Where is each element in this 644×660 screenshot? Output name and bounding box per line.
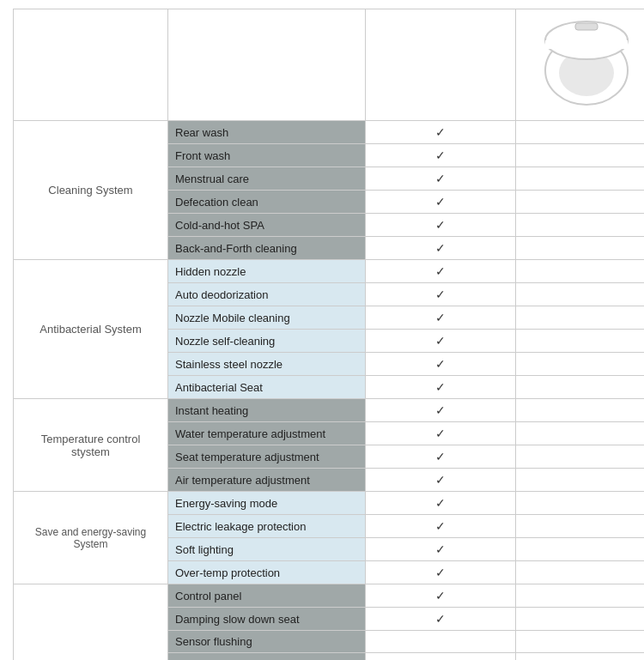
image-column-cell <box>516 469 645 492</box>
product-image-header <box>516 9 645 121</box>
check-cell: ✓ <box>366 121 516 144</box>
check-cell: ✓ <box>366 167 516 191</box>
image-column-cell <box>516 283 645 306</box>
feature-cell: Stainless steel nozzle <box>168 353 366 376</box>
check-cell: ✓ <box>366 608 516 631</box>
section-label: Save and energy-saving System <box>14 492 168 584</box>
feature-cell: Auto deodorization <box>168 283 366 306</box>
check-cell: ✓ <box>366 237 516 260</box>
check-cell: ✓ <box>366 260 516 283</box>
check-cell: ✓ <box>366 653 516 661</box>
model-header <box>366 9 516 121</box>
feature-cell: Menstrual care <box>168 167 366 191</box>
feature-cell: Energy-saving mode <box>168 492 366 515</box>
feature-cell: Waterpressure adjustment <box>168 653 366 661</box>
svg-rect-3 <box>545 40 628 49</box>
feature-cell: Control panel <box>168 584 366 608</box>
table-row: Antibacterial SystemHidden nozzle✓ <box>14 260 645 283</box>
main-container: Cleaning SystemRear wash✓Front wash✓Mens… <box>0 0 644 660</box>
feature-cell: Electric leakage protection <box>168 515 366 538</box>
section-label: Antibacterial System <box>14 260 168 399</box>
check-cell: ✓ <box>366 306 516 330</box>
check-cell: ✓ <box>366 144 516 167</box>
svg-rect-4 <box>575 23 598 30</box>
features-header <box>168 9 366 121</box>
check-cell: ✓ <box>366 399 516 422</box>
check-cell: ✓ <box>366 214 516 237</box>
check-cell: ✓ <box>366 353 516 376</box>
check-cell: ✓ <box>366 445 516 469</box>
feature-cell: Nozzle self-cleaning <box>168 330 366 353</box>
check-cell: ✓ <box>366 422 516 445</box>
feature-cell: Sensor flushing <box>168 631 366 653</box>
image-column-cell <box>516 121 645 144</box>
feature-cell: Soft lighting <box>168 538 366 561</box>
toilet-seat-icon <box>539 19 634 109</box>
section-label: Additional function <box>14 584 168 661</box>
image-column-cell <box>516 330 645 353</box>
feature-cell: Hidden nozzle <box>168 260 366 283</box>
feature-cell: Seat temperature adjustment <box>168 445 366 469</box>
check-cell: ✓ <box>366 191 516 214</box>
feature-cell: Nozzle Mobile cleaning <box>168 306 366 330</box>
image-column-cell <box>516 144 645 167</box>
check-cell: ✓ <box>366 469 516 492</box>
image-column-cell <box>516 515 645 538</box>
feature-cell: Over-temp protection <box>168 561 366 584</box>
image-column-cell <box>516 260 645 283</box>
feature-cell: Water temperature adjustment <box>168 422 366 445</box>
feature-cell: Damping slow down seat <box>168 608 366 631</box>
check-cell: ✓ <box>366 515 516 538</box>
image-column-cell <box>516 492 645 515</box>
image-column-cell <box>516 167 645 191</box>
image-column-cell <box>516 608 645 631</box>
functions-header <box>14 9 168 121</box>
feature-cell: Defecation clean <box>168 191 366 214</box>
table-row: Save and energy-saving SystemEnergy-savi… <box>14 492 645 515</box>
image-column-cell <box>516 538 645 561</box>
section-label: Cleaning System <box>14 121 168 260</box>
image-column-cell <box>516 631 645 653</box>
image-column-cell <box>516 353 645 376</box>
table-row: Additional functionControl panel✓ <box>14 584 645 608</box>
image-column-cell <box>516 376 645 399</box>
check-cell <box>366 631 516 653</box>
feature-cell: Back-and-Forth cleaning <box>168 237 366 260</box>
image-column-cell <box>516 191 645 214</box>
feature-cell: Antibacterial Seat <box>168 376 366 399</box>
feature-cell: Rear wash <box>168 121 366 144</box>
section-label: Temperature control stystem <box>14 399 168 492</box>
image-column-cell <box>516 237 645 260</box>
feature-cell: Instant heating <box>168 399 366 422</box>
image-column-cell <box>516 445 645 469</box>
check-cell: ✓ <box>366 330 516 353</box>
check-cell: ✓ <box>366 492 516 515</box>
comparison-table: Cleaning SystemRear wash✓Front wash✓Mens… <box>13 9 644 660</box>
table-row: Cleaning SystemRear wash✓ <box>14 121 645 144</box>
feature-cell: Front wash <box>168 144 366 167</box>
check-cell: ✓ <box>366 538 516 561</box>
check-cell: ✓ <box>366 584 516 608</box>
image-column-cell <box>516 399 645 422</box>
check-cell: ✓ <box>366 283 516 306</box>
table-row: Temperature control stystemInstant heati… <box>14 399 645 422</box>
image-column-cell <box>516 653 645 661</box>
check-cell: ✓ <box>366 376 516 399</box>
feature-cell: Cold-and-hot SPA <box>168 214 366 237</box>
image-column-cell <box>516 214 645 237</box>
image-column-cell <box>516 584 645 608</box>
image-column-cell <box>516 422 645 445</box>
image-column-cell <box>516 561 645 584</box>
image-column-cell <box>516 306 645 330</box>
check-cell: ✓ <box>366 561 516 584</box>
feature-cell: Air temperature adjustment <box>168 469 366 492</box>
